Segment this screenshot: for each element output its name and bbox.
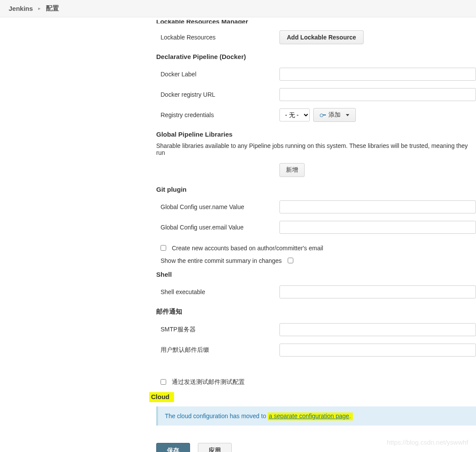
section-libraries-title: Global Pipeline Libraries [156,131,476,138]
row-git-show-summary: Show the entire commit summary in change… [156,256,476,265]
label-shell-exec: Shell executable [156,288,279,295]
cloud-info-suffix: . [349,413,351,419]
row-docker-label: Docker Label [156,65,476,84]
breadcrumb: Jenkins ▸ 配置 [0,0,476,17]
add-lockable-resource-button[interactable]: Add Lockable Resource [279,30,364,44]
label-git-user-name: Global Config user.name Value [156,203,279,210]
shell-exec-input[interactable] [279,285,476,298]
apply-button[interactable]: 应用 [198,443,232,452]
docker-registry-url-input[interactable] [279,88,476,101]
label-docker-label: Docker Label [156,71,279,78]
label-mail-suffix: 用户默认邮件后缀 [156,346,279,354]
section-shell-title: Shell [156,271,476,278]
row-smtp: SMTP服务器 [156,320,476,339]
label-docker-registry-url: Docker registry URL [156,91,279,98]
section-cloud-title: Cloud [153,392,476,402]
row-test-mail: 通过发送测试邮件测试配置 [156,378,476,386]
row-registry-credentials: Registry credentials - 无 - 添加 [156,105,476,124]
mail-suffix-input[interactable] [279,344,476,357]
row-libraries-add: 新增 [156,160,476,180]
row-git-user-name: Global Config user.name Value [156,197,476,216]
git-show-summary-checkbox[interactable] [288,258,293,263]
row-mail-suffix: 用户默认邮件后缀 [156,341,476,360]
row-shell-exec: Shell executable [156,282,476,301]
row-git-user-email: Global Config user.email Value [156,218,476,237]
git-user-email-input[interactable] [279,221,476,234]
label-registry-credentials: Registry credentials [156,111,279,118]
git-user-name-input[interactable] [279,200,476,213]
add-credentials-button[interactable]: 添加 [313,108,356,122]
cloud-info: The cloud configuration has moved to a s… [156,406,476,426]
label-test-mail: 通过发送测试邮件测试配置 [172,378,245,386]
add-library-button[interactable]: 新增 [279,163,305,177]
chevron-right-icon: ▸ [38,6,41,11]
section-lockable-title: Lockable Resources Manager [156,20,476,23]
row-git-create-accounts: Create new accounts based on author/comm… [156,244,476,252]
label-git-user-email: Global Config user.email Value [156,224,279,231]
docker-label-input[interactable] [279,68,476,81]
breadcrumb-root[interactable]: Jenkins [9,5,33,12]
cloud-config-link[interactable]: a separate configuration page [269,413,349,419]
section-git-title: Git plugin [156,186,476,193]
config-form: Lockable Resources Manager Lockable Reso… [156,17,476,452]
section-docker-title: Declarative Pipeline (Docker) [156,53,476,60]
label-smtp: SMTP服务器 [156,326,279,334]
row-docker-registry-url: Docker registry URL [156,85,476,104]
row-lockable-resources: Lockable Resources Add Lockable Resource [156,28,476,47]
save-button[interactable]: 保存 [156,443,190,452]
libraries-description: Sharable libraries available to any Pipe… [156,142,476,156]
section-mail-title: 邮件通知 [156,308,476,316]
label-git-create-accounts: Create new accounts based on author/comm… [172,245,323,252]
breadcrumb-current[interactable]: 配置 [46,4,59,13]
label-git-show-summary: Show the entire commit summary in change… [161,257,282,264]
footer-buttons: 保存 应用 [156,443,476,452]
smtp-server-input[interactable] [279,323,476,336]
test-mail-checkbox[interactable] [161,379,166,385]
git-create-accounts-checkbox[interactable] [161,245,166,251]
cloud-info-text: The cloud configuration has moved to [165,413,268,419]
registry-credentials-select[interactable]: - 无 - [279,108,310,121]
key-icon [320,113,326,117]
label-lockable-resources: Lockable Resources [156,34,279,41]
chevron-down-icon [346,114,349,116]
